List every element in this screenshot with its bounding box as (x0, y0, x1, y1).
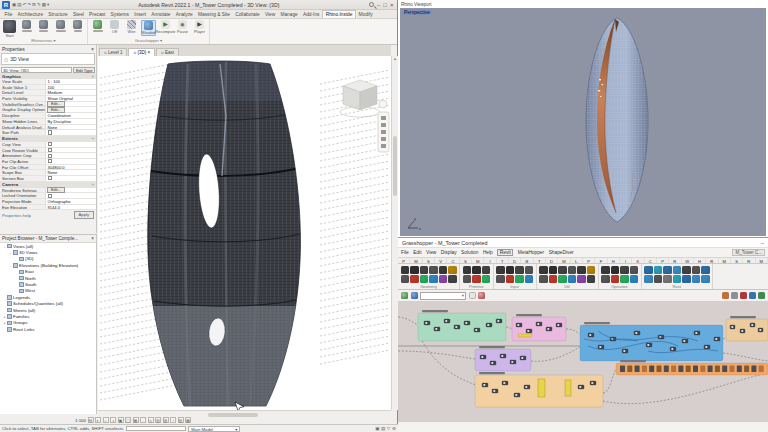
menu-metahopper[interactable]: MetaHopper (518, 250, 544, 255)
ribbon-tab-architecture[interactable]: Architecture (15, 11, 46, 18)
category-tab-11[interactable]: T (534, 258, 546, 263)
component-icon[interactable] (601, 275, 610, 283)
category-tab-20[interactable]: C (645, 258, 657, 263)
category-tab-0[interactable]: P (398, 258, 410, 263)
ribbon-tab-insert[interactable]: Insert (132, 11, 149, 18)
property-value[interactable]: Medium (45, 90, 96, 95)
gh-node[interactable] (664, 366, 669, 373)
constraints-icon[interactable]: ▨ (178, 417, 184, 423)
property-value[interactable]: None (45, 170, 96, 175)
category-tab-3[interactable]: V (435, 258, 447, 263)
pause-button[interactable]: ◉Pause (175, 20, 190, 34)
gh-node[interactable] (678, 366, 683, 373)
preview-shaded-button[interactable]: Shaded (141, 20, 156, 36)
ribbon-tab-rhino-inside[interactable]: Rhino.Inside (322, 10, 356, 18)
detail-level-icon[interactable]: ▤ (88, 417, 94, 423)
category-tab-4[interactable]: C (447, 258, 459, 263)
menu-solution[interactable]: Solution (461, 250, 478, 255)
category-tab-16[interactable]: F (595, 258, 607, 263)
component-icon[interactable] (620, 266, 629, 274)
component-icon[interactable] (506, 275, 515, 283)
edit-button[interactable]: Edit... (47, 187, 65, 193)
grasshopper-canvas[interactable] (398, 301, 768, 422)
tag-icon[interactable]: ▦ (42, 1, 46, 9)
vertical-scrollbar[interactable]: ▲ (391, 56, 398, 410)
component-icon[interactable] (525, 275, 534, 283)
undo-icon[interactable]: ↶ (23, 1, 27, 9)
component-icon[interactable] (482, 275, 491, 283)
category-tab-23[interactable]: W (682, 258, 694, 263)
component-icon[interactable] (420, 266, 429, 274)
component-icon[interactable] (663, 266, 672, 274)
component-icon[interactable] (611, 275, 620, 283)
disable-solver-icon[interactable] (740, 292, 747, 299)
property-value[interactable]: By Discipline (45, 119, 96, 124)
component-icon[interactable] (496, 266, 505, 274)
shadows-icon[interactable]: ◑ (110, 417, 116, 423)
status-input[interactable] (126, 426, 186, 432)
gh-node[interactable] (635, 366, 640, 373)
component-icon[interactable] (401, 275, 410, 283)
sketch-icon[interactable] (478, 292, 485, 299)
crop-region-icon[interactable]: ▦ (133, 417, 139, 423)
component-icon[interactable] (558, 266, 567, 274)
preview-button[interactable] (53, 20, 68, 32)
ribbon-tab-systems[interactable]: Systems (108, 11, 132, 18)
category-tab-7[interactable]: I (484, 258, 496, 263)
component-icon[interactable] (463, 275, 472, 283)
recompute-icon[interactable] (758, 292, 765, 299)
save-icon[interactable]: ▤ (17, 1, 21, 9)
menu-help[interactable]: Help (483, 250, 493, 255)
3d-view-icon[interactable]: ▾ (47, 1, 49, 9)
preview-wire-button[interactable]: Wire (124, 20, 139, 34)
ribbon-tab-modify[interactable]: Modify (356, 11, 375, 18)
gh-panel[interactable] (538, 379, 545, 397)
category-tab-28[interactable]: R (743, 258, 755, 263)
gh-node[interactable] (693, 366, 698, 373)
menu-edit[interactable]: Edit (413, 250, 421, 255)
component-icon[interactable] (682, 266, 691, 274)
checkbox[interactable] (48, 154, 52, 158)
ribbon-tab-analyze[interactable]: Analyze (173, 11, 195, 18)
rhino-viewport[interactable]: Perspective (400, 8, 766, 236)
category-tab-25[interactable]: R (706, 258, 718, 263)
component-icon[interactable] (601, 266, 610, 274)
navigation-bar[interactable] (378, 100, 389, 152)
component-icon[interactable] (630, 266, 639, 274)
component-icon[interactable] (654, 275, 663, 283)
component-icon[interactable] (401, 266, 410, 274)
gh-node[interactable] (730, 366, 735, 373)
rhino-button[interactable] (19, 20, 34, 32)
category-tab-21[interactable]: P (657, 258, 669, 263)
gh-node[interactable] (722, 366, 727, 373)
component-icon[interactable] (472, 266, 481, 274)
category-tab-15[interactable]: P (583, 258, 595, 263)
properties-close-icon[interactable]: × (91, 46, 94, 52)
ribbon-tab-collaborate[interactable]: Collaborate (233, 11, 263, 18)
gh-panel[interactable] (565, 380, 571, 396)
category-tab-27[interactable]: S (731, 258, 743, 263)
bake-icon[interactable] (722, 292, 729, 299)
component-icon[interactable] (410, 266, 419, 274)
component-icon[interactable] (577, 275, 586, 283)
import-button[interactable] (36, 20, 51, 32)
gh-node[interactable] (627, 366, 632, 373)
menu-display[interactable]: Display (441, 250, 457, 255)
component-icon[interactable] (568, 266, 577, 274)
component-icon[interactable] (701, 266, 710, 274)
edit-button[interactable]: Edit... (47, 107, 65, 113)
start-button[interactable]: Start (2, 20, 17, 38)
component-icon[interactable] (515, 275, 524, 283)
component-icon[interactable] (429, 266, 438, 274)
close-icon[interactable]: × (388, 2, 395, 8)
component-icon[interactable] (644, 266, 653, 274)
ribbon-tab-add-ins[interactable]: Add-Ins (300, 11, 322, 18)
component-icon[interactable] (506, 266, 515, 274)
render-icon[interactable]: ▣ (118, 417, 124, 423)
component-icon[interactable] (611, 266, 620, 274)
minimize-icon[interactable]: – (376, 2, 382, 8)
minimize-icon[interactable]: – (761, 240, 764, 246)
component-icon[interactable] (644, 275, 653, 283)
worksets-icon[interactable]: ▣ (375, 426, 379, 431)
component-icon[interactable] (448, 266, 457, 274)
